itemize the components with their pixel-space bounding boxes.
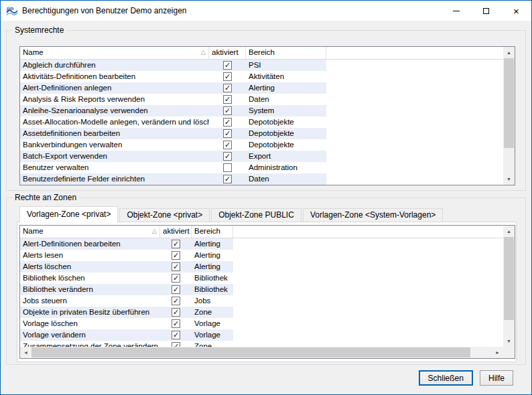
scroll-down-button[interactable]: ▼ — [503, 173, 515, 185]
vertical-scrollbar[interactable]: ▲ ▼ — [503, 226, 515, 347]
cell-aktiviert: ✓ — [209, 139, 246, 151]
scroll-up-button[interactable]: ▲ — [503, 226, 515, 237]
checkbox-checked-icon[interactable]: ✓ — [223, 84, 232, 92]
cell-name: Analysis & Risk Reports verwenden — [20, 94, 209, 105]
table-row[interactable]: Jobs steuern✓Jobs — [20, 295, 503, 307]
scroll-down-button[interactable]: ▼ — [503, 335, 515, 347]
checkbox-checked-icon[interactable]: ✓ — [223, 141, 232, 149]
checkbox-checked-icon[interactable]: ✓ — [172, 240, 180, 248]
cell-aktiviert: ✓ — [160, 250, 192, 261]
column-header-name[interactable]: Name △ — [20, 47, 209, 59]
checkbox-checked-icon[interactable]: ✓ — [223, 129, 232, 138]
horizontal-scrollbar[interactable]: ◄ ► — [20, 347, 503, 358]
schliessen-button[interactable]: Schließen — [419, 370, 473, 386]
checkbox-checked-icon[interactable]: ✓ — [172, 342, 180, 347]
cell-bereich: Aktivitäten — [246, 71, 326, 82]
table-body: Abgleich durchführen✓PSIAktivitäts-Defin… — [20, 60, 503, 185]
checkbox-checked-icon[interactable]: ✓ — [172, 262, 180, 271]
hilfe-button[interactable]: Hilfe — [480, 370, 513, 386]
cell-name: Vorlage verändern — [20, 329, 160, 341]
table-row[interactable]: Bibliothek verändern✓Bibliothek — [20, 284, 503, 295]
table-row[interactable]: Anleihe-Szenarioanalyse verwenden✓System — [20, 105, 503, 116]
table-row[interactable]: Aktivitäts-Definitionen bearbeiten✓Aktiv… — [20, 71, 503, 82]
checkbox-unchecked-icon[interactable] — [223, 163, 232, 172]
cell-aktiviert: ✓ — [209, 82, 246, 94]
cell-bereich: Export — [246, 151, 326, 162]
table-row[interactable]: Vorlage löschen✓Vorlage — [20, 318, 503, 329]
table-row[interactable]: Bibliothek löschen✓Bibliothek — [20, 272, 503, 284]
cell-bereich: Jobs — [192, 295, 233, 307]
table-row[interactable]: Alerts löschen✓Alerting — [20, 261, 503, 272]
table-row[interactable]: Objekte in privaten Besitz überführen✓Zo… — [20, 307, 503, 318]
cell-name: Aktivitäts-Definitionen bearbeiten — [20, 71, 209, 82]
checkbox-checked-icon[interactable]: ✓ — [172, 297, 180, 305]
tab-3[interactable]: Objekt-Zone PUBLIC — [211, 208, 302, 222]
checkbox-checked-icon[interactable]: ✓ — [223, 106, 232, 115]
column-header-name[interactable]: Name △ — [20, 226, 160, 238]
scrollbar-corner — [503, 347, 515, 358]
cell-aktiviert — [209, 162, 246, 173]
cell-bereich: Administration — [246, 162, 326, 173]
cell-name: Alerts löschen — [20, 261, 160, 272]
checkbox-checked-icon[interactable]: ✓ — [223, 61, 232, 70]
zonen-group-label: Rechte an Zonen — [12, 193, 79, 202]
scroll-right-button[interactable]: ► — [492, 347, 503, 358]
table-row[interactable]: Benutzer verwaltenAdministration — [20, 162, 503, 173]
checkbox-checked-icon[interactable]: ✓ — [172, 251, 180, 260]
table-row[interactable]: Benutzerdefinierte Felder einrichten✓Dat… — [20, 173, 503, 185]
cell-bereich: Alerting — [192, 250, 233, 261]
maximize-button[interactable] — [471, 1, 501, 21]
column-header-aktiviert[interactable]: aktiviert — [160, 226, 192, 238]
cell-aktiviert: ✓ — [160, 261, 192, 272]
app-icon[interactable]: pm — [6, 5, 18, 16]
cell-bereich: Zone — [192, 307, 233, 318]
table-row[interactable]: Abgleich durchführen✓PSI — [20, 60, 503, 71]
vertical-scrollbar[interactable]: ▲ ▼ — [503, 47, 515, 185]
checkbox-checked-icon[interactable]: ✓ — [223, 175, 232, 183]
cell-name: Bibliothek verändern — [20, 284, 160, 295]
cell-bereich: Daten — [246, 94, 326, 105]
checkbox-checked-icon[interactable]: ✓ — [172, 308, 180, 317]
scroll-left-button[interactable]: ◄ — [20, 347, 31, 358]
table-row[interactable]: Analysis & Risk Reports verwenden✓Daten — [20, 94, 503, 105]
tab-4[interactable]: Vorlagen-Zone <System-Vorlagen> — [303, 208, 443, 222]
table-row[interactable]: Alert-Definitionen anlegen✓Alerting — [20, 82, 503, 94]
minimize-icon — [453, 11, 460, 11]
cell-name: Assetdefinitionen bearbeiten — [20, 128, 209, 139]
checkbox-checked-icon[interactable]: ✓ — [172, 285, 180, 294]
close-button[interactable]: × — [501, 1, 531, 21]
scrollbar-thumb[interactable] — [504, 58, 514, 148]
zone-tabstrip: Vorlagen-Zone <privat>Objekt-Zone <priva… — [19, 207, 444, 222]
cell-aktiviert: ✓ — [209, 116, 246, 128]
scrollbar-thumb[interactable] — [504, 237, 514, 320]
column-header-bereich[interactable]: Bereich — [192, 226, 233, 238]
column-header-bereich[interactable]: Bereich — [246, 47, 326, 59]
cell-bereich: Vorlage — [192, 318, 233, 329]
checkbox-checked-icon[interactable]: ✓ — [223, 152, 232, 161]
checkbox-checked-icon[interactable]: ✓ — [223, 95, 232, 104]
column-header-aktiviert[interactable]: aktiviert — [209, 47, 246, 59]
cell-aktiviert: ✓ — [209, 60, 246, 71]
minimize-button[interactable] — [441, 1, 471, 21]
table-row[interactable]: Alert-Definitionen bearbeiten✓Alerting — [20, 238, 503, 250]
cell-bereich: Depotobjekte — [246, 128, 326, 139]
checkbox-checked-icon[interactable]: ✓ — [172, 319, 180, 328]
scroll-up-button[interactable]: ▲ — [503, 47, 515, 58]
tab-1[interactable]: Vorlagen-Zone <privat> — [19, 206, 118, 222]
table-row[interactable]: Zusammensetzung der Zone verändern✓Zone — [20, 341, 503, 347]
checkbox-checked-icon[interactable]: ✓ — [223, 118, 232, 127]
table-row[interactable]: Alerts lesen✓Alerting — [20, 250, 503, 261]
checkbox-checked-icon[interactable]: ✓ — [223, 72, 232, 81]
table-row[interactable]: Batch-Export verwenden✓Export — [20, 151, 503, 162]
cell-aktiviert: ✓ — [160, 329, 192, 341]
cell-bereich: Daten — [246, 173, 326, 185]
table-row[interactable]: Asset-Allocation-Modelle anlegen, veränd… — [20, 116, 503, 128]
scrollbar-thumb[interactable] — [31, 347, 470, 358]
tab-2[interactable]: Objekt-Zone <privat> — [119, 208, 210, 222]
checkbox-checked-icon[interactable]: ✓ — [172, 274, 180, 283]
table-row[interactable]: Assetdefinitionen bearbeiten✓Depotobjekt… — [20, 128, 503, 139]
table-row[interactable]: Vorlage verändern✓Vorlage — [20, 329, 503, 341]
table-row[interactable]: Bankverbindungen verwalten✓Depotobjekte — [20, 139, 503, 151]
checkbox-checked-icon[interactable]: ✓ — [172, 331, 180, 339]
cell-name: Jobs steuern — [20, 295, 160, 307]
